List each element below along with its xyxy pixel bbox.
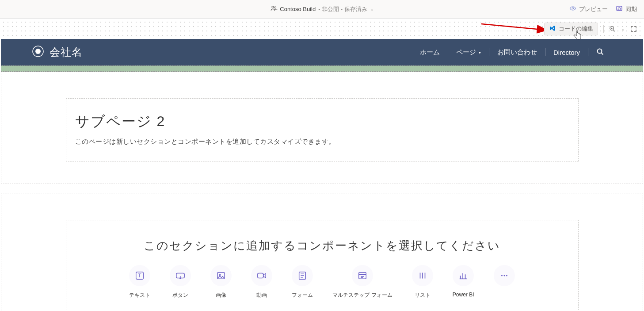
chevron-down-icon: ▾	[479, 50, 481, 55]
svg-line-5	[481, 24, 547, 30]
site-header: 会社名 ホーム ページ▾ お問い合わせ Directory	[1, 39, 643, 65]
edit-code-label: コードの編集	[559, 25, 593, 33]
svg-rect-12	[217, 273, 225, 279]
picker-items: テキスト ボタン 画像	[75, 265, 569, 299]
picker-label	[503, 292, 505, 298]
content-box-1[interactable]: サブページ 2 このページは新しいセクションとコンポーネントを追加してカスタマイ…	[66, 98, 579, 161]
nav-directory[interactable]: Directory	[545, 49, 588, 56]
eye-icon	[569, 5, 576, 13]
svg-point-19	[506, 275, 507, 276]
site-status: - 非公開 - 保存済み	[318, 5, 367, 13]
picker-item-image[interactable]: 画像	[210, 265, 232, 299]
edit-code-button[interactable]: コードの編集	[544, 23, 598, 35]
vscode-icon	[549, 25, 556, 33]
component-picker: このセクションに追加するコンポーネントを選択してください テキスト ボタン	[66, 220, 579, 311]
canvas-toolbar: コードの編集 ⌄	[0, 19, 644, 39]
page-title[interactable]: サブページ 2	[75, 112, 569, 131]
svg-point-18	[503, 275, 505, 276]
picker-item-text[interactable]: テキスト	[129, 265, 150, 299]
app-bar: Contoso Build - 非公開 - 保存済み ⌄ プレビュー 同期	[0, 0, 644, 19]
picker-label: 画像	[216, 292, 226, 299]
sync-icon	[616, 5, 623, 13]
app-bar-right: プレビュー 同期	[569, 5, 644, 13]
sync-label: 同期	[625, 5, 637, 13]
svg-point-17	[501, 275, 503, 276]
section-2[interactable]: このセクションに追加するコンポーネントを選択してください テキスト ボタン	[1, 193, 643, 311]
picker-item-powerbi[interactable]: Power BI	[453, 265, 474, 299]
picker-label: ボタン	[172, 292, 188, 299]
picker-item-form[interactable]: フォーム	[292, 265, 313, 299]
nav-search[interactable]	[588, 48, 612, 57]
section-1[interactable]: サブページ 2 このページは新しいセクションとコンポーネントを追加してカスタマイ…	[1, 72, 643, 184]
svg-point-8	[35, 49, 41, 54]
nav-directory-label: Directory	[553, 49, 580, 56]
canvas: サブページ 2 このページは新しいセクションとコンポーネントを追加してカスタマイ…	[0, 72, 644, 311]
nav-contact-label: お問い合わせ	[497, 48, 537, 57]
section-divider-band[interactable]	[1, 65, 643, 72]
toolbar-separator	[603, 25, 604, 33]
site-name: Contoso Build	[280, 6, 316, 12]
svg-point-13	[219, 274, 221, 276]
nav-pages[interactable]: ページ▾	[448, 48, 489, 57]
multistep-form-icon	[352, 265, 373, 286]
picker-label: 動画	[256, 292, 267, 299]
picker-item-video[interactable]: 動画	[251, 265, 272, 299]
svg-point-0	[271, 6, 274, 8]
svg-point-2	[572, 8, 574, 9]
page-description[interactable]: このページは新しいセクションとコンポーネントを追加してカスタマイズできます。	[75, 138, 569, 146]
search-icon	[596, 48, 604, 57]
picker-label: リスト	[415, 292, 431, 299]
powerbi-icon	[453, 265, 474, 286]
picker-label: フォーム	[292, 292, 313, 299]
nav-pages-label: ページ	[456, 48, 476, 57]
zoom-dropdown[interactable]: ⌄	[618, 24, 628, 34]
company-name: 会社名	[50, 45, 83, 59]
site-logo[interactable]: 会社名	[32, 45, 83, 59]
fullscreen-button[interactable]	[628, 24, 640, 34]
picker-label: マルチステップ フォーム	[332, 292, 392, 299]
chevron-down-icon: ⌄	[370, 6, 374, 12]
list-icon	[412, 265, 433, 286]
video-icon	[251, 265, 272, 286]
svg-point-1	[274, 7, 276, 8]
app-bar-title-group[interactable]: Contoso Build - 非公開 - 保存済み ⌄	[270, 5, 373, 13]
site-nav: ホーム ページ▾ お問い合わせ Directory	[412, 48, 612, 57]
logo-icon	[32, 45, 44, 59]
image-icon	[210, 265, 232, 286]
form-icon	[292, 265, 313, 286]
picker-label: テキスト	[129, 292, 150, 299]
svg-point-9	[598, 49, 602, 53]
preview-label: プレビュー	[579, 5, 608, 13]
picker-item-multistep-form[interactable]: マルチステップ フォーム	[332, 265, 392, 299]
more-icon	[494, 265, 515, 286]
nav-contact[interactable]: お問い合わせ	[489, 48, 545, 57]
nav-home[interactable]: ホーム	[412, 48, 448, 57]
button-icon	[170, 265, 191, 286]
preview-button[interactable]: プレビュー	[569, 5, 608, 13]
people-icon	[270, 5, 277, 13]
nav-home-label: ホーム	[420, 48, 440, 57]
text-icon	[129, 265, 150, 286]
arrow-annotation	[480, 22, 551, 35]
picker-label: Power BI	[453, 292, 474, 298]
picker-title: このセクションに追加するコンポーネントを選択してください	[75, 238, 569, 253]
picker-item-more[interactable]	[494, 265, 515, 299]
sync-button[interactable]: 同期	[616, 5, 637, 13]
picker-item-button[interactable]: ボタン	[170, 265, 191, 299]
zoom-button[interactable]	[606, 24, 618, 34]
svg-rect-14	[258, 273, 263, 278]
picker-item-list[interactable]: リスト	[412, 265, 433, 299]
